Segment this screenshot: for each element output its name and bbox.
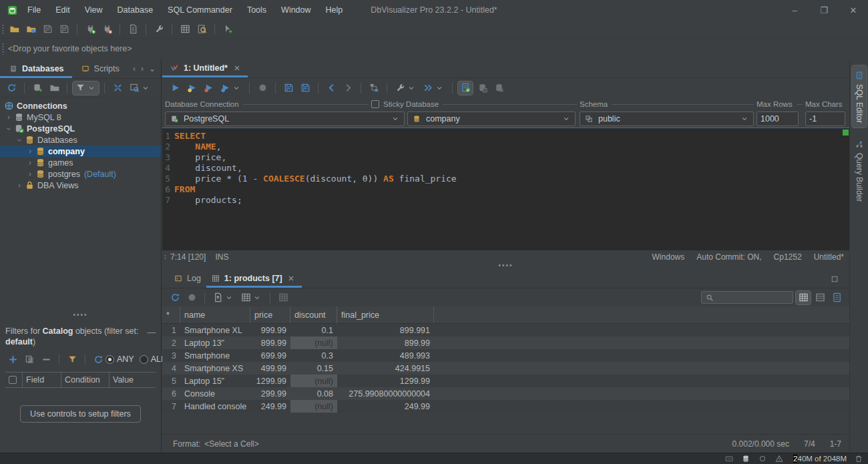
save-icon[interactable] <box>40 23 55 36</box>
tools-icon[interactable] <box>152 23 166 36</box>
sql-editor[interactable]: 1SELECT2 NAME,3 price,4 discount,5 price… <box>162 128 849 250</box>
cell[interactable]: 299.99 <box>250 387 290 400</box>
grid-corner-header[interactable]: * <box>162 306 180 323</box>
max-chars-input[interactable]: -1 <box>805 111 845 126</box>
filters-select-all-checkbox[interactable] <box>5 373 23 387</box>
grid-view-icon[interactable] <box>796 291 811 304</box>
open-folder-icon[interactable] <box>7 23 21 36</box>
tab-untitled-sql[interactable]: 1: Untitled* <box>162 59 248 77</box>
cell[interactable]: (null) <box>290 375 337 387</box>
expand-node-icon[interactable] <box>4 114 13 121</box>
max-rows-input[interactable]: 1000 <box>756 111 799 126</box>
menu-database[interactable]: Database <box>110 5 161 15</box>
menu-tools[interactable]: Tools <box>240 5 274 15</box>
save-sql-as-icon[interactable] <box>298 81 312 95</box>
tree-item-company[interactable]: company <box>0 146 161 157</box>
table-row[interactable]: 5Laptop 15"1299.99(null)1299.99 <box>162 375 849 387</box>
execute-icon[interactable] <box>168 81 182 95</box>
cell[interactable]: 699.99 <box>250 349 290 362</box>
stop-icon[interactable] <box>255 81 270 95</box>
minimize-button[interactable]: – <box>780 0 809 20</box>
chart-view-icon[interactable] <box>829 291 844 304</box>
cell[interactable]: 275.99080000000004 <box>337 387 434 400</box>
cell[interactable]: Smartphone XL <box>180 324 250 336</box>
cell[interactable]: 0.3 <box>290 349 337 362</box>
code-line-4[interactable]: 4 discount, <box>162 163 849 174</box>
cell[interactable]: 249.99 <box>250 400 290 413</box>
code-line-5[interactable]: 5 price * (1 - COALESCE(discount, 0)) AS… <box>162 174 849 184</box>
code-line-6[interactable]: 6FROM <box>162 184 849 195</box>
compare-icon[interactable] <box>276 291 290 304</box>
memory-indicator[interactable]: 240M of 2048M <box>793 455 847 463</box>
column-header-discount[interactable]: discount <box>290 306 337 323</box>
refresh-filter-icon[interactable] <box>91 353 105 366</box>
driver-manager-icon[interactable] <box>194 23 209 36</box>
tab-query-builder[interactable]: Query Builder <box>852 134 867 206</box>
filters-column-field[interactable]: Field <box>23 373 61 387</box>
alerts-icon[interactable] <box>772 452 787 464</box>
cell[interactable]: 5 <box>162 375 180 387</box>
filter-icon[interactable] <box>73 81 99 95</box>
cell[interactable]: 899.99 <box>250 336 290 349</box>
filters-collapse-icon[interactable]: — <box>148 327 156 338</box>
cell[interactable]: 3 <box>162 349 180 362</box>
remove-filter-icon[interactable] <box>39 353 53 366</box>
filters-column-value[interactable]: Value <box>110 373 156 387</box>
menu-sql-commander[interactable]: SQL Commander <box>160 5 240 15</box>
tab-sql-editor[interactable]: SQL Editor <box>852 65 867 128</box>
format-sql-icon[interactable] <box>393 81 419 95</box>
folder-icon[interactable] <box>47 81 61 95</box>
tree-item-databases[interactable]: Databases <box>0 134 161 146</box>
tabs-scroll-left-icon[interactable]: ‹ <box>133 64 136 73</box>
table-row[interactable]: 3Smartphone699.990.3489.993 <box>162 349 849 362</box>
table-row[interactable]: 4Smartphone XS499.990.15424.9915 <box>162 362 849 375</box>
column-header-price[interactable]: price <box>250 306 290 323</box>
cell[interactable]: 899.991 <box>337 324 434 336</box>
table-row[interactable]: 2Laptop 13"899.99(null)899.99 <box>162 336 849 349</box>
connection-dropdown[interactable]: PostgreSQL <box>165 111 405 126</box>
grid-options-icon[interactable] <box>238 291 264 304</box>
filters-column-condition[interactable]: Condition <box>61 373 110 387</box>
results-splitter-handle[interactable]: •••• <box>162 264 849 270</box>
search-text-field[interactable] <box>715 293 789 302</box>
cell[interactable]: 0.15 <box>290 362 337 375</box>
cursor-add-icon[interactable] <box>220 23 235 36</box>
connect-icon[interactable] <box>83 23 97 36</box>
monitor-icon[interactable] <box>722 452 736 464</box>
code-line-2[interactable]: 2 NAME, <box>162 142 849 152</box>
column-header-name[interactable]: name <box>180 306 250 323</box>
commit-icon[interactable] <box>475 81 489 95</box>
status-dot-icon[interactable] <box>755 452 770 464</box>
auto-commit-icon[interactable] <box>458 81 473 95</box>
file-indicator[interactable]: Untitled* <box>814 252 844 262</box>
restore-button[interactable]: ❐ <box>809 0 839 20</box>
table-row[interactable]: 1Smartphone XL999.990.1899.991 <box>162 324 849 336</box>
disconnect-icon[interactable] <box>99 23 114 36</box>
expand-node-icon[interactable] <box>25 171 35 178</box>
cell[interactable]: Laptop 15" <box>180 375 250 387</box>
cell[interactable]: Smartphone <box>180 349 250 362</box>
expand-node-icon[interactable] <box>25 160 35 166</box>
form-view-icon[interactable] <box>813 291 827 304</box>
execute-buffer-icon[interactable] <box>201 81 216 95</box>
goto-icon[interactable] <box>421 81 447 95</box>
collapse-node-icon[interactable] <box>4 126 13 132</box>
cell[interactable]: Console <box>180 387 250 400</box>
copy-filter-icon[interactable] <box>22 353 37 366</box>
history-forward-icon[interactable] <box>341 81 355 95</box>
result-search-input[interactable] <box>701 291 793 304</box>
maximize-results-icon[interactable] <box>829 274 840 284</box>
cell[interactable]: 249.99 <box>337 400 434 413</box>
save-as-icon[interactable] <box>57 23 71 36</box>
tree-item-postgresql[interactable]: PostgreSQL <box>0 123 161 134</box>
cell[interactable]: 499.99 <box>250 362 290 375</box>
open-folder-settings-icon[interactable] <box>23 23 38 36</box>
add-filter-icon[interactable] <box>5 353 20 366</box>
toolbar-grip[interactable] <box>2 24 4 34</box>
menu-window[interactable]: Window <box>274 5 318 15</box>
expand-node-icon[interactable] <box>15 182 24 189</box>
rollback-icon[interactable] <box>491 81 506 95</box>
export-result-icon[interactable] <box>210 291 236 304</box>
stop-result-icon[interactable] <box>184 291 199 304</box>
column-header-final_price[interactable]: final_price <box>337 306 434 323</box>
